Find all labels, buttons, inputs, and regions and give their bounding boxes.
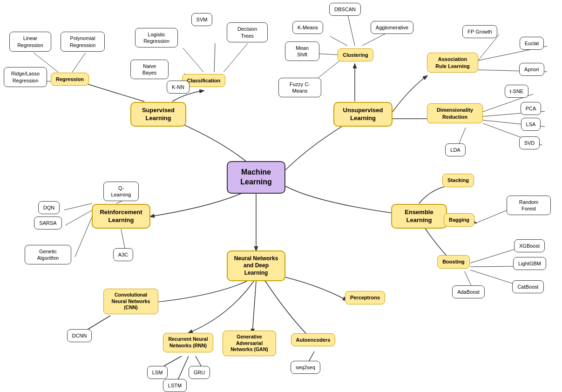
svg-line-36 <box>177 356 189 381</box>
node-tsne: t-SNE <box>504 85 529 98</box>
node-regression: Regression <box>49 70 91 88</box>
svg-line-10 <box>347 13 355 46</box>
node-association: Association Rule Learning <box>427 50 478 75</box>
node-dbscan: DBSCAN <box>328 3 362 16</box>
node-stacking: Stacking <box>439 172 477 189</box>
node-autoencoders: Autoencoders <box>291 331 335 349</box>
svg-line-26 <box>121 229 125 250</box>
node-fp-growth: FP Growth <box>462 25 497 38</box>
node-xgboost: XGBoost <box>513 239 546 252</box>
node-logistic: Logistic Regression <box>135 29 178 47</box>
node-cnn: Convolutional Neural Networks (CNN) <box>103 289 158 314</box>
node-decision-trees: Decision Trees <box>227 24 268 41</box>
node-euclat: Euclat <box>518 37 545 50</box>
node-rnn: Recurrent Neural Networks (RNN) <box>163 331 213 355</box>
svg-line-29 <box>470 266 517 267</box>
node-lstm: LSTM <box>162 379 188 392</box>
svg-line-6 <box>223 43 248 72</box>
node-linear-reg: Linear Regression <box>9 34 51 50</box>
node-reinforcement: Reinforcement Learning <box>92 203 150 229</box>
node-apriori: Apriori <box>518 63 545 76</box>
svg-line-4 <box>183 48 203 72</box>
node-naive-bayes: Naive Bayes <box>130 63 169 76</box>
node-random-forest: Random Forest <box>507 199 551 212</box>
svg-line-24 <box>65 210 92 225</box>
node-genetic: Genetic Algorithm <box>25 248 71 261</box>
node-q-learning: Q-Learning <box>103 185 139 198</box>
node-adaboost: AdaBoost <box>452 285 485 298</box>
node-agglomerative: Agglomerative <box>371 21 413 34</box>
node-svm: SVM <box>189 13 215 26</box>
node-catboost: CatBoost <box>511 280 545 293</box>
svg-line-21 <box>459 128 466 144</box>
node-unsupervised: Unsupervised Learning <box>333 101 393 127</box>
node-ridge-reg: Ridge/Lasso Regression <box>4 69 47 85</box>
svg-line-5 <box>214 43 215 72</box>
node-ensemble: Ensemble Learning <box>391 203 447 229</box>
node-sarsa: SARSA <box>34 216 62 230</box>
node-dimensionality: Dimensionality Reduction <box>427 102 483 124</box>
node-mean-shift: Mean Shift <box>285 45 319 58</box>
node-lda: LDA <box>444 143 467 156</box>
node-dqn: DQN <box>37 201 61 214</box>
node-poly-reg: Polynomial Regression <box>61 34 105 50</box>
node-kmeans: K-Means <box>291 21 325 34</box>
node-clustering: Clustering <box>333 46 378 64</box>
node-bagging: Bagging <box>442 212 476 228</box>
node-dcnn: DCNN <box>67 329 92 342</box>
node-seq2seq: seq2seq <box>289 361 322 374</box>
node-knn: K-NN <box>165 81 191 94</box>
svg-line-14 <box>478 34 499 61</box>
mindmap-canvas: Machine Learning Supervised Learning Uns… <box>0 0 562 392</box>
node-supervised: Supervised Learning <box>130 101 186 127</box>
node-neural: Neural Networks and Deep Learning <box>227 250 285 281</box>
node-gru: GRU <box>188 366 211 379</box>
node-lsa: LSA <box>519 118 542 131</box>
node-perceptrons: Perceptrons <box>345 290 386 306</box>
node-boosting: Boosting <box>437 254 470 270</box>
svg-line-2 <box>72 53 86 72</box>
svg-line-28 <box>470 249 517 263</box>
node-lightgbm: LightGBM <box>512 257 547 270</box>
node-fuzzy: Fuzzy C-Means <box>278 81 321 94</box>
node-svd: SVD <box>518 136 541 149</box>
node-machine-learning: Machine Learning <box>227 162 285 193</box>
node-pca: PCA <box>519 102 542 115</box>
svg-line-25 <box>75 217 92 257</box>
svg-line-23 <box>64 203 92 210</box>
svg-line-9 <box>330 36 347 46</box>
svg-line-32 <box>252 281 256 333</box>
node-lsm: LSM <box>145 366 169 379</box>
node-gan: Generative Adversarial Networks (GAN) <box>223 331 276 356</box>
node-a3c: A3C <box>113 248 134 261</box>
